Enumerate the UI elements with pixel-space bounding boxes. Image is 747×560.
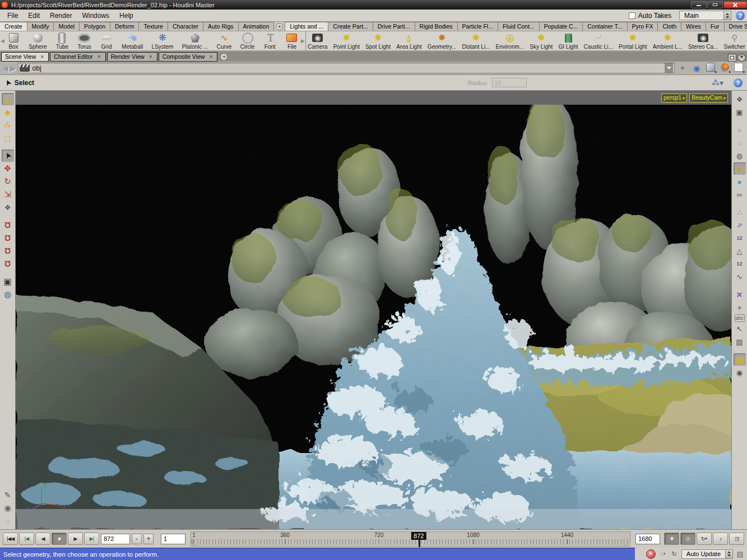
- stereo-mode-icon[interactable]: ∞: [734, 188, 746, 200]
- current-frame-marker[interactable]: 872: [411, 532, 426, 540]
- shelf-tool[interactable]: Camera: [306, 31, 330, 50]
- menu-item[interactable]: Edit: [23, 10, 45, 21]
- current-frame-input[interactable]: [101, 534, 130, 544]
- nav-back-icon[interactable]: ◀: [2, 64, 8, 73]
- view-menu-chip[interactable]: persp1: [661, 94, 687, 102]
- shelf-tab[interactable]: Modify: [27, 22, 54, 31]
- pane-tab[interactable]: Composite View ×: [159, 52, 218, 62]
- shelf-tool[interactable]: Geometry...: [426, 31, 458, 50]
- shelf-tool[interactable]: Caustic Li...: [582, 31, 615, 50]
- auto-takes-checkbox[interactable]: [629, 12, 635, 19]
- view-globe-icon[interactable]: ◍: [2, 288, 14, 301]
- take-selector[interactable]: Main: [679, 11, 731, 20]
- close-tab-icon[interactable]: ×: [148, 54, 154, 60]
- shelf-tab[interactable]: Polygon: [79, 22, 110, 31]
- start-frame-input[interactable]: [161, 534, 185, 544]
- point-numbers-icon[interactable]: 12: [734, 232, 746, 244]
- shelf-tool[interactable]: Font: [262, 31, 279, 50]
- update-mode-selector[interactable]: Auto Update: [681, 549, 733, 559]
- frame-decrement-button[interactable]: -: [132, 534, 142, 544]
- path-field[interactable]: obj: [18, 63, 675, 73]
- camera-tool-icon[interactable]: ▣: [2, 276, 14, 288]
- take-notes-icon[interactable]: ✎: [2, 489, 14, 501]
- snap-point-icon[interactable]: Ω: [2, 245, 14, 257]
- close-tab-icon[interactable]: ×: [96, 54, 102, 60]
- shelf-tab[interactable]: Model: [53, 22, 80, 31]
- shelf-tool[interactable]: Portal Light: [617, 31, 649, 50]
- loop-mode-button[interactable]: ↻: [697, 533, 712, 545]
- shelf-tool[interactable]: Grid: [98, 31, 115, 50]
- maximize-pane-icon[interactable]: [728, 54, 736, 62]
- prev-keyframe-button[interactable]: |◀: [19, 533, 34, 545]
- select-tool-icon[interactable]: ➤: [2, 150, 14, 162]
- play-reverse-button[interactable]: ◀: [35, 533, 50, 545]
- shelf-tab[interactable]: Populate C...: [539, 22, 583, 31]
- shelf-scroll-left-icon[interactable]: ◀: [0, 38, 5, 44]
- shelf-tab[interactable]: Rigid Bodies: [415, 22, 458, 31]
- pane-menu-icon[interactable]: [737, 54, 746, 62]
- path-dropdown-icon[interactable]: [665, 63, 673, 73]
- shelf-tab[interactable]: Drive Parti...: [373, 22, 415, 31]
- prim-normals-icon[interactable]: △: [734, 245, 746, 257]
- shelf-tool[interactable]: GI Light: [556, 31, 579, 50]
- show-particle-display-icon[interactable]: ⁂: [2, 119, 14, 131]
- display-geometry-icon[interactable]: ▾: [704, 63, 717, 73]
- rotate-tool-icon[interactable]: ↻: [2, 175, 14, 188]
- radial-menu-icon[interactable]: ◉: [690, 64, 703, 73]
- add-shelf-tab-icon[interactable]: [276, 23, 283, 30]
- shelf-tab[interactable]: Cloth: [657, 22, 681, 31]
- smooth-shaded-mode-icon[interactable]: ●: [734, 162, 746, 175]
- menu-item[interactable]: File: [2, 10, 23, 21]
- pin-pane-icon[interactable]: ⌖: [676, 63, 689, 73]
- shelf-tab[interactable]: Fluid Cont...: [498, 22, 540, 31]
- select-scope-icon[interactable]: ◌: [658, 549, 667, 559]
- shelf-scroll-right-icon[interactable]: ▶: [300, 38, 305, 44]
- close-tab-icon[interactable]: ×: [208, 54, 214, 60]
- pose-tool-icon[interactable]: ❖: [2, 201, 14, 213]
- frame-increment-button[interactable]: +: [143, 534, 154, 544]
- wireframe-mode-icon[interactable]: ○: [734, 124, 746, 136]
- menu-item[interactable]: Render: [45, 10, 77, 21]
- shelf-tool[interactable]: Tube: [54, 31, 71, 50]
- next-keyframe-button[interactable]: ▶|: [84, 533, 99, 545]
- axis-gnomon-icon[interactable]: +: [734, 301, 746, 314]
- menu-item[interactable]: Windows: [77, 10, 114, 21]
- goto-start-button[interactable]: |◀◀: [3, 533, 18, 545]
- shelf-tab[interactable]: Pyro FX: [627, 22, 658, 31]
- add-pane-tab-icon[interactable]: [220, 53, 228, 60]
- animation-options-button[interactable]: ◳: [729, 533, 744, 545]
- shelf-tab[interactable]: Create: [0, 22, 27, 31]
- shelf-tab[interactable]: Texture: [138, 22, 168, 31]
- pane-tab[interactable]: Channel Editor ×: [50, 52, 105, 62]
- shelf-tool[interactable]: Point Light: [332, 31, 361, 50]
- shelf-tab[interactable]: Auto Rigs: [203, 22, 239, 31]
- visibility-eye-icon[interactable]: ◉: [734, 366, 746, 379]
- scene-viewport[interactable]: persp1 BeautyCam: [16, 91, 731, 529]
- timeline-grip[interactable]: …: [623, 541, 629, 547]
- realtime-playback-button[interactable]: ◷: [680, 533, 695, 545]
- show-bounds-icon[interactable]: ▢: [2, 132, 14, 144]
- shelf-tool[interactable]: Distant Li...: [460, 31, 491, 50]
- show-display-options-icon[interactable]: ◭: [2, 93, 14, 105]
- shelf-tab[interactable]: Container T...: [582, 22, 627, 31]
- material-shaded-mode-icon[interactable]: ●: [734, 175, 746, 188]
- shelf-tool[interactable]: Area Light: [395, 31, 424, 50]
- shelf-tool[interactable]: Stereo Ca...: [686, 31, 720, 50]
- close-button[interactable]: [723, 1, 747, 8]
- display-material-icon[interactable]: ▾: [718, 63, 731, 73]
- hidden-line-mode-icon[interactable]: ◌: [734, 137, 746, 149]
- shelf-tab[interactable]: Animation: [238, 22, 275, 31]
- snap-grid-icon[interactable]: Ω: [2, 219, 14, 231]
- audio-button[interactable]: ♪: [713, 533, 728, 545]
- close-tab-icon[interactable]: ×: [39, 54, 45, 60]
- shelf-tool[interactable]: Switcher: [722, 31, 747, 50]
- show-points-icon[interactable]: ∴: [734, 206, 746, 218]
- shelf-tab[interactable]: Deform: [110, 22, 139, 31]
- selection-sets-icon[interactable]: ⁂▾: [712, 78, 723, 87]
- snap-curve-icon[interactable]: Ω: [2, 232, 14, 244]
- shelf-tool[interactable]: Metaball: [120, 31, 145, 50]
- snapshot-camera-icon[interactable]: ▣: [734, 106, 746, 118]
- shelf-tab[interactable]: Character: [168, 22, 203, 31]
- help-icon[interactable]: ?: [736, 11, 745, 20]
- flat-shaded-mode-icon[interactable]: ◍: [734, 150, 746, 162]
